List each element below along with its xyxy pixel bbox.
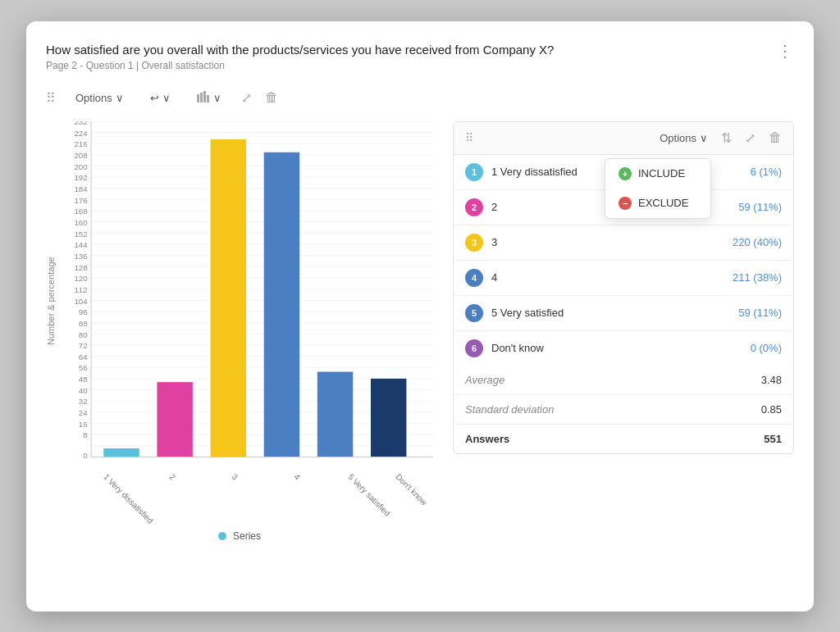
options-dropdown: + INCLUDE – EXCLUDE [605,158,711,219]
chart-type-chevron-icon: ∨ [213,92,221,104]
svg-text:88: 88 [79,319,88,328]
table-row: 4 4 211 (38%) [454,261,793,296]
svg-text:232: 232 [74,121,87,126]
answers-label: Answers [465,433,764,445]
expand-icon[interactable]: ⤢ [241,90,252,106]
row-value-4: 211 (38%) [724,271,782,284]
x-label-5: 5 Very satisfied [346,472,376,502]
svg-text:56: 56 [79,363,88,372]
x-label-1: 1 Very dissatisfied [102,472,131,502]
svg-text:136: 136 [74,252,87,261]
main-content: Number & percentage [46,121,794,542]
svg-text:144: 144 [74,240,88,249]
row-label-5: 5 Very satisfied [491,307,724,319]
svg-rect-66 [157,382,192,457]
row-badge-5: 5 [465,304,483,322]
svg-text:112: 112 [74,285,87,294]
row-badge-3: 3 [465,234,483,252]
row-badge-1: 1 [465,163,483,181]
table-delete-icon[interactable]: 🗑 [769,130,782,145]
include-icon: + [619,167,632,180]
options-button[interactable]: Options ∨ [69,89,130,107]
table-sort-icon[interactable]: ⇅ [721,130,732,146]
exclude-icon: – [619,197,632,210]
table-row: 3 3 220 (40%) [454,225,793,261]
undo-button[interactable]: ↩ ∨ [144,89,177,107]
svg-rect-0 [197,94,199,102]
svg-text:64: 64 [79,352,89,361]
svg-text:176: 176 [74,195,87,204]
table-row: 5 5 Very satisfied 59 (11%) [454,296,793,331]
delete-icon[interactable]: 🗑 [265,90,278,105]
row-badge-2: 2 [465,198,483,216]
svg-text:0: 0 [83,450,87,459]
svg-text:208: 208 [74,151,87,160]
row-label-3: 3 [491,236,724,248]
svg-rect-1 [200,93,203,102]
chart-legend: Series [46,530,433,542]
svg-text:24: 24 [79,408,89,417]
average-label: Average [465,374,761,386]
svg-rect-70 [371,378,406,457]
table-options-button[interactable]: Options ∨ [660,132,708,144]
chart-svg: 232 224 216 208 200 192 184 176 168 160 … [59,121,433,466]
row-value-2: 59 (11%) [724,201,782,213]
x-label-4: 4 [292,472,322,502]
row-value-5: 59 (11%) [724,307,782,319]
question-title: How satisfied are you overall with the p… [46,41,761,58]
svg-text:152: 152 [74,229,87,238]
include-label: INCLUDE [638,167,685,180]
svg-rect-3 [207,95,209,102]
table-drag-icon: ⠿ [465,131,473,144]
answers-row: Answers 551 [454,425,793,453]
bar-chart-icon [197,91,210,105]
x-label-3: 3 [230,472,259,502]
average-value: 3.48 [761,374,782,386]
table-header: ⠿ Options ∨ ⇅ ⤢ 🗑 [454,122,793,155]
question-subtitle: Page 2 - Question 1 | Overall satisfacti… [46,60,761,71]
svg-text:128: 128 [74,262,87,271]
options-label: Options [75,92,112,104]
options-chevron-icon: ∨ [116,92,124,104]
average-row: Average 3.48 [454,366,793,395]
row-value-1: 6 (1%) [724,166,782,178]
main-window: How satisfied are you overall with the p… [26,21,814,612]
svg-text:104: 104 [74,296,88,305]
row-badge-6: 6 [465,339,483,357]
svg-rect-68 [264,152,299,457]
svg-text:216: 216 [74,139,87,148]
question-header: How satisfied are you overall with the p… [46,41,794,71]
row-label-6: Don't know [491,342,724,354]
svg-rect-65 [103,448,139,457]
svg-text:120: 120 [74,274,87,283]
svg-text:40: 40 [79,385,88,394]
row-badge-4: 4 [465,269,483,287]
chart-inner: 232 224 216 208 200 192 184 176 168 160 … [59,121,433,481]
row-label-4: 4 [491,271,724,284]
svg-text:168: 168 [74,207,87,216]
svg-rect-67 [211,139,246,457]
svg-text:8: 8 [83,430,87,439]
undo-icon: ↩ [150,92,159,104]
exclude-label: EXCLUDE [638,197,688,209]
exclude-option[interactable]: – EXCLUDE [605,189,710,218]
table-panel: ⠿ Options ∨ ⇅ ⤢ 🗑 1 1 Very dissatisfied … [453,121,794,454]
svg-rect-69 [317,371,353,457]
std-dev-row: Standard deviation 0.85 [454,395,793,425]
svg-text:224: 224 [74,129,88,138]
include-option[interactable]: + INCLUDE [605,159,710,189]
three-dots-menu[interactable]: ⋮ [777,41,794,61]
chart-type-button[interactable]: ∨ [190,88,228,108]
legend-label: Series [233,530,261,542]
undo-chevron-icon: ∨ [162,92,171,104]
svg-text:16: 16 [79,419,88,428]
svg-text:32: 32 [79,397,88,406]
x-label-2: 2 [167,472,197,502]
table-expand-icon[interactable]: ⤢ [745,130,756,146]
svg-text:72: 72 [79,341,88,350]
svg-text:200: 200 [74,161,87,171]
y-axis-label: Number & percentage [46,121,56,481]
std-dev-label: Standard deviation [465,403,761,416]
x-labels: 1 Very dissatisfied 2 3 4 5 Very satisfi… [59,472,433,481]
row-value-3: 220 (40%) [724,236,782,248]
